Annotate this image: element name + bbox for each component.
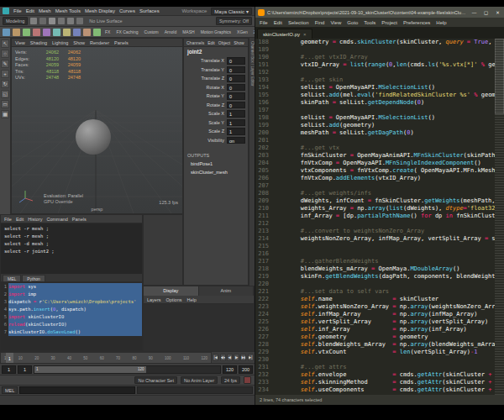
code-line[interactable]: 228 self.blendWeights_mArray = np.array(… <box>255 341 504 349</box>
playback-button[interactable]: ▶ <box>234 354 239 361</box>
code-editor[interactable]: 188 geometry = cmds.skinCluster(skinClus… <box>255 39 504 395</box>
minimap[interactable] <box>495 39 504 395</box>
code-line[interactable]: 203 fnSkinCluster = OpenMayaAnimAPI.MFnS… <box>255 152 504 160</box>
viewport-canvas[interactable]: Verts:2406224062 Edges:4812048120 Faces:… <box>12 47 182 213</box>
shelf-tab[interactable]: FX Caching <box>114 29 139 34</box>
shelf-item-icon[interactable] <box>43 29 50 36</box>
viewport-menu-item[interactable]: Shading <box>30 40 47 45</box>
shelf-tab[interactable]: Motion Graphics <box>199 29 233 34</box>
tool-icon[interactable]: ○ <box>1 50 9 58</box>
shelf-tab[interactable]: Custom <box>143 29 160 34</box>
tab-close-icon[interactable]: × <box>303 32 307 37</box>
status-line-icon[interactable] <box>39 18 46 24</box>
channel-box-menu-item[interactable]: Object <box>218 40 230 45</box>
code-line[interactable]: 232 self.envelope = cmds.getAttr(skinClu… <box>255 371 504 379</box>
minimap-viewport-indicator[interactable] <box>495 39 504 114</box>
tool-icon[interactable]: ▭ <box>1 100 9 108</box>
channel-value-field[interactable]: 1 <box>227 119 245 127</box>
output-node-item[interactable]: skinCluster_mesh <box>184 168 248 176</box>
layer-editor-menu-item[interactable]: Options <box>166 297 182 302</box>
channel-value-field[interactable]: 1 <box>227 110 245 118</box>
shelf-item-icon[interactable] <box>13 29 20 36</box>
close-button[interactable]: ✕ <box>493 8 502 17</box>
channel-value-field[interactable]: on <box>227 137 245 144</box>
channel-name[interactable]: Scale Z <box>186 129 227 134</box>
script-editor-menu-item[interactable]: Panels <box>72 217 87 222</box>
shelf-tab[interactable]: XGen <box>235 29 249 34</box>
code-line[interactable]: 194 selList = OpenMayaAPI.MSelectionList… <box>255 84 504 92</box>
code-line[interactable]: 212 <box>255 220 504 228</box>
viewport-menu-item[interactable]: View <box>15 40 25 45</box>
maya-menu-item[interactable]: Surfaces <box>139 8 160 13</box>
editor-code-line[interactable]: 1import sys <box>1 283 142 291</box>
tool-icon[interactable]: ▦ <box>1 110 9 118</box>
maya-menu-item[interactable]: Mesh Display <box>85 8 115 13</box>
layer-editor-tab[interactable]: Anim <box>199 286 255 296</box>
script-editor-menu-item[interactable]: File <box>4 217 12 222</box>
channel-value-field[interactable]: 1 <box>227 128 245 135</box>
viewport-panel[interactable]: View Shading Lighting Show Renderer Pane… <box>11 38 183 214</box>
code-line[interactable]: 234 self.useComponents = cmds.getAttr(sk… <box>255 386 504 394</box>
maya-menu-item[interactable]: Mesh <box>39 8 51 13</box>
shelf-tab[interactable]: Arnold <box>163 29 178 34</box>
code-line[interactable]: 211 inf_Array = [dp.partialPathName() fo… <box>255 213 504 220</box>
maximize-button[interactable]: ▢ <box>481 8 491 17</box>
code-line[interactable]: 231 #...get attrs <box>255 364 504 371</box>
sphere-mesh[interactable] <box>76 119 111 155</box>
anim-end-field[interactable]: 200 <box>239 365 253 374</box>
channel-value-field[interactable]: 0 <box>227 84 245 92</box>
code-line[interactable]: 189 <box>255 46 504 54</box>
code-line[interactable]: 229 self.vtxCount = len(vertSplit_Array)… <box>255 349 504 356</box>
shelf-item-icon[interactable] <box>3 29 10 36</box>
script-history-output[interactable]: select -r mesh ; select -r mesh ; select… <box>1 223 142 274</box>
tool-icon[interactable]: ◱ <box>1 90 9 98</box>
status-line-icon[interactable] <box>30 18 37 24</box>
code-line[interactable]: 225 self.vertSplit_Array = np.array(vert… <box>255 318 504 326</box>
selected-node-name[interactable]: joint2 <box>184 47 248 56</box>
channel-value-field[interactable]: 0 <box>227 57 245 65</box>
code-line[interactable]: 227 self.geometry = geometry <box>255 333 504 341</box>
sublime-menu-item[interactable]: Goto <box>347 20 358 25</box>
shelf-item-icon[interactable] <box>33 29 40 36</box>
playback-button[interactable]: ▶▶ <box>240 354 246 361</box>
range-slider-bar[interactable]: 1120 <box>34 366 146 373</box>
code-line[interactable]: 215 <box>255 243 504 250</box>
code-line[interactable]: 214 weightsNonZero_Array, infMap_Array, … <box>255 235 504 243</box>
channel-name[interactable]: Translate Z <box>186 76 227 81</box>
output-node-item[interactable]: bindPose1 <box>184 160 248 168</box>
script-editor-tab[interactable]: MEL <box>3 275 21 281</box>
maya-menu-item[interactable]: File <box>13 8 22 13</box>
layer-editor-menu-item[interactable]: Help <box>186 297 196 302</box>
code-line[interactable]: 190 #...get vtxID_Array <box>255 54 504 61</box>
maya-menu-item[interactable]: Mesh Tools <box>55 8 81 13</box>
layer-list[interactable] <box>144 304 254 351</box>
playback-button[interactable]: |◀ <box>213 354 218 361</box>
channel-value-field[interactable]: 0 <box>227 102 245 109</box>
anim-layer-selector[interactable]: No Anim Layer <box>181 376 218 384</box>
symmetry-selector[interactable]: Symmetry: Off <box>216 17 252 25</box>
tool-icon[interactable]: + <box>1 70 9 78</box>
script-editor-menu-item[interactable]: History <box>28 217 42 222</box>
shelf-item-icon[interactable] <box>63 29 71 36</box>
editor-code-line[interactable]: 7skinClusterIO.doSaveLoad() <box>1 328 142 336</box>
maya-menu-item[interactable]: Curves <box>119 8 135 13</box>
status-line-icon[interactable] <box>67 18 74 24</box>
maya-menu-item[interactable]: Edit <box>26 8 34 13</box>
command-input[interactable] <box>19 386 135 394</box>
channel-name[interactable]: Rotate X <box>186 85 227 90</box>
code-line[interactable]: 199 selList.add(geometry) <box>255 122 504 129</box>
code-line[interactable]: 213 #...convert to weightsNonZero_Array <box>255 228 504 235</box>
tool-icon[interactable]: ↖ <box>1 39 9 48</box>
layer-editor-tab[interactable]: Display <box>144 286 199 296</box>
code-line[interactable]: 216 <box>255 250 504 258</box>
editor-code-line[interactable]: 4sys.path.insert(0, dispatch) <box>1 306 142 313</box>
code-line[interactable]: 220 <box>255 281 504 288</box>
channel-name[interactable]: Translate Y <box>186 67 227 72</box>
shelf-item-icon[interactable] <box>83 29 91 36</box>
channel-value-field[interactable]: 0 <box>227 66 245 74</box>
code-line[interactable]: 195 selList.add(mel.eval('findRelatedSki… <box>255 92 504 99</box>
shelf-item-icon[interactable] <box>23 29 30 36</box>
code-line[interactable]: 204 fnVtxComp = OpenMayaAPI.MFnSingleInd… <box>255 160 504 167</box>
channel-name[interactable]: Visibility <box>186 138 227 143</box>
editor-code-line[interactable]: 5import skinClusterIO <box>1 313 142 321</box>
